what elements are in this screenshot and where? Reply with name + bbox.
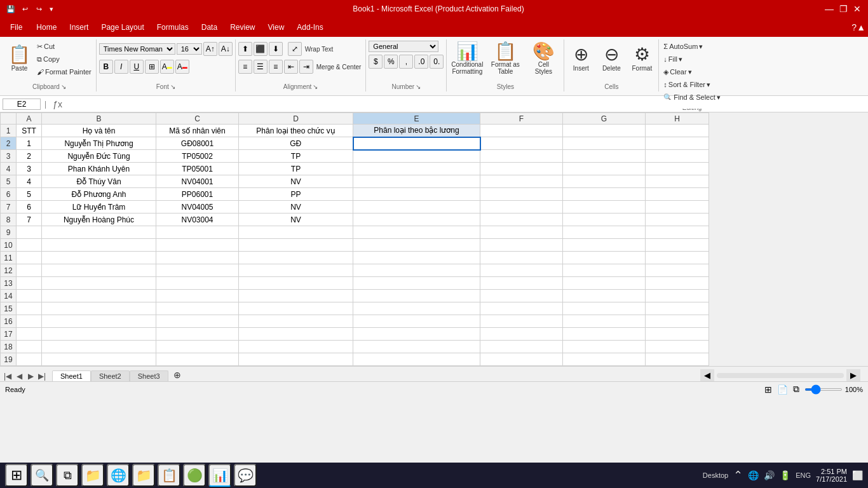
row-header-9[interactable]: 9 (1, 226, 17, 239)
cell-C2[interactable]: GĐ08001 (156, 137, 239, 150)
close-btn[interactable]: ✕ (851, 3, 863, 15)
cell-C8[interactable]: NV03004 (156, 214, 239, 226)
cell-H6[interactable] (646, 188, 709, 201)
increase-decimal-btn[interactable]: 0. (430, 55, 444, 69)
cell-G6[interactable] (563, 188, 646, 201)
cell-G1[interactable] (563, 125, 646, 137)
col-header-H[interactable]: H (646, 113, 709, 125)
fill-color-button[interactable]: A▬ (160, 60, 174, 74)
alignment-expand-icon[interactable]: ↘ (313, 83, 318, 90)
cell-C6[interactable]: PP06001 (156, 188, 239, 201)
cell-E2[interactable] (353, 137, 480, 150)
view-menu-btn[interactable]: View (262, 18, 291, 37)
cell-F8[interactable] (480, 214, 563, 226)
cut-button[interactable]: ✂ Cut (35, 41, 93, 52)
undo-quick-btn[interactable]: ↩ (19, 3, 31, 15)
wrap-text-btn[interactable]: Wrap Text (303, 43, 336, 55)
cell-G2[interactable] (563, 137, 646, 150)
data-menu-btn[interactable]: Data (195, 18, 224, 37)
font-expand-icon[interactable]: ↘ (170, 83, 175, 90)
sort-filter-btn[interactable]: ↕ Sort & Filter ▾ (661, 79, 712, 90)
conditional-formatting-btn[interactable]: 📊 Conditional Formatting (449, 41, 485, 76)
increase-indent-btn[interactable]: ⇥ (299, 60, 313, 74)
row-header-13[interactable]: 13 (1, 277, 17, 290)
cell-B6[interactable]: Đỗ Phương Anh (42, 188, 156, 201)
align-bottom-btn[interactable]: ⬇ (269, 42, 283, 56)
file-menu-btn[interactable]: File (3, 18, 30, 37)
cell-A8[interactable]: 7 (17, 214, 42, 226)
excel-taskbar-btn[interactable]: 📊 (208, 464, 231, 487)
folder-btn[interactable]: 📁 (132, 464, 155, 487)
cell-G5[interactable] (563, 175, 646, 188)
teams-btn[interactable]: 📋 (158, 464, 180, 487)
search-btn[interactable]: 🔍 (31, 464, 53, 487)
prev-sheet-btn[interactable]: ◀ (14, 371, 24, 381)
scroll-left-btn[interactable]: ◀ (700, 369, 714, 381)
cell-reference-box[interactable]: E2 (3, 98, 41, 110)
row-header-19[interactable]: 19 (1, 353, 17, 366)
number-format-select[interactable]: General (369, 41, 438, 52)
align-left-btn[interactable]: ≡ (238, 60, 252, 74)
format-as-table-btn[interactable]: 📋 Format as Table (487, 41, 523, 76)
percent-btn[interactable]: % (384, 55, 398, 69)
underline-button[interactable]: U (130, 60, 144, 74)
normal-view-btn[interactable]: ⊞ (764, 384, 772, 395)
copy-button[interactable]: ⧉ Copy (35, 53, 93, 65)
cell-B2[interactable]: Nguyễn Thị Phương (42, 137, 156, 150)
cell-D3[interactable]: TP (239, 150, 353, 163)
edge-btn[interactable]: 🌐 (107, 464, 130, 487)
row-header-15[interactable]: 15 (1, 302, 17, 315)
decrease-font-btn[interactable]: A↓ (219, 42, 233, 56)
row-header-11[interactable]: 11 (1, 252, 17, 264)
cell-D7[interactable]: NV (239, 201, 353, 214)
cell-G8[interactable] (563, 214, 646, 226)
show-desktop-btn[interactable]: Desktop (703, 471, 728, 479)
minimize-btn[interactable]: — (824, 3, 835, 15)
new-sheet-btn[interactable]: ⊕ (168, 369, 186, 381)
cell-A4[interactable]: 3 (17, 163, 42, 175)
text-orientation-btn[interactable]: ⤢ (288, 42, 302, 56)
font-size-select[interactable]: 16 (177, 43, 202, 55)
cell-B5[interactable]: Đỗ Thúy Vân (42, 175, 156, 188)
cell-G3[interactable] (563, 150, 646, 163)
col-header-E[interactable]: E (353, 113, 480, 125)
save-quick-btn[interactable]: 💾 (5, 3, 17, 15)
font-name-select[interactable]: Times New Roman (99, 43, 175, 55)
start-btn[interactable]: ⊞ (5, 464, 28, 487)
cell-F2[interactable] (480, 137, 563, 150)
row-header-8[interactable]: 8 (1, 214, 17, 226)
next-sheet-btn[interactable]: ▶ (25, 371, 36, 381)
cell-B3[interactable]: Nguyễn Đức Tùng (42, 150, 156, 163)
zalo-btn[interactable]: 💬 (234, 464, 257, 487)
cell-A9[interactable] (17, 226, 42, 239)
help-btn[interactable]: ? (851, 22, 857, 32)
row-header-1[interactable]: 1 (1, 125, 17, 137)
clock[interactable]: 2:51 PM 7/17/2021 (816, 468, 847, 483)
review-menu-btn[interactable]: Review (224, 18, 261, 37)
chevron-up-btn[interactable]: ⌃ (733, 468, 743, 482)
cell-A5[interactable]: 4 (17, 175, 42, 188)
maximize-btn[interactable]: ❐ (837, 3, 849, 15)
row-header-14[interactable]: 14 (1, 290, 17, 302)
cell-E4[interactable] (353, 163, 480, 175)
cell-B8[interactable]: Nguyễn Hoàng Phúc (42, 214, 156, 226)
scroll-right-btn[interactable]: ▶ (846, 369, 860, 381)
cell-C1[interactable]: Mã số nhân viên (156, 125, 239, 137)
row-header-6[interactable]: 6 (1, 188, 17, 201)
insert-menu-btn[interactable]: Insert (63, 18, 95, 37)
cell-F1[interactable] (480, 125, 563, 137)
cell-B7[interactable]: Lữ Huyền Trâm (42, 201, 156, 214)
cell-D4[interactable]: TP (239, 163, 353, 175)
cell-E7[interactable] (353, 201, 480, 214)
page-layout-view-btn[interactable]: 📄 (777, 384, 788, 395)
cell-D6[interactable]: PP (239, 188, 353, 201)
cell-F4[interactable] (480, 163, 563, 175)
cell-C5[interactable]: NV04001 (156, 175, 239, 188)
cell-A3[interactable]: 2 (17, 150, 42, 163)
cell-D1[interactable]: Phân loại theo chức vụ (239, 125, 353, 137)
cell-D2[interactable]: GĐ (239, 137, 353, 150)
cell-D9[interactable] (239, 226, 353, 239)
row-header-17[interactable]: 17 (1, 328, 17, 341)
col-header-F[interactable]: F (480, 113, 563, 125)
align-top-btn[interactable]: ⬆ (238, 42, 252, 56)
